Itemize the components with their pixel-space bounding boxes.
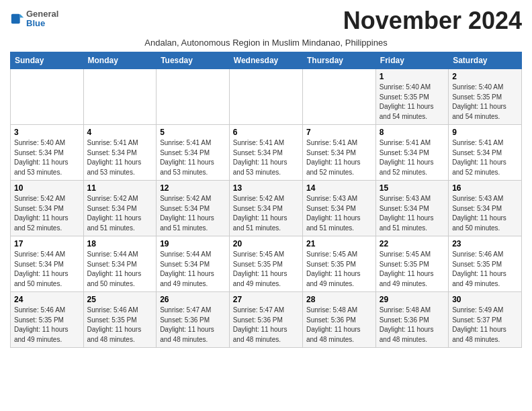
day-info: Sunrise: 5:47 AM Sunset: 5:36 PM Dayligh… bbox=[160, 306, 226, 345]
header-day-sunday: Sunday bbox=[11, 52, 84, 69]
calendar-cell: 16Sunrise: 5:43 AM Sunset: 5:34 PM Dayli… bbox=[449, 181, 522, 236]
logo-blue: Blue bbox=[26, 19, 58, 28]
day-info: Sunrise: 5:41 AM Sunset: 5:34 PM Dayligh… bbox=[306, 138, 372, 177]
day-info: Sunrise: 5:40 AM Sunset: 5:35 PM Dayligh… bbox=[452, 83, 518, 122]
day-number: 17 bbox=[14, 239, 80, 248]
day-number: 1 bbox=[380, 72, 445, 81]
day-info: Sunrise: 5:41 AM Sunset: 5:34 PM Dayligh… bbox=[87, 138, 153, 177]
svg-rect-0 bbox=[11, 14, 20, 24]
header-day-tuesday: Tuesday bbox=[157, 52, 230, 69]
logo-general: General bbox=[26, 9, 58, 19]
day-number: 28 bbox=[306, 295, 372, 304]
day-number: 22 bbox=[380, 239, 445, 248]
day-number: 26 bbox=[160, 295, 226, 304]
calendar-cell: 15Sunrise: 5:43 AM Sunset: 5:34 PM Dayli… bbox=[375, 181, 448, 236]
day-info: Sunrise: 5:49 AM Sunset: 5:37 PM Dayligh… bbox=[452, 306, 518, 345]
day-number: 2 bbox=[452, 72, 518, 81]
day-info: Sunrise: 5:45 AM Sunset: 5:35 PM Dayligh… bbox=[380, 250, 445, 289]
day-number: 5 bbox=[160, 128, 226, 137]
calendar-cell: 17Sunrise: 5:44 AM Sunset: 5:34 PM Dayli… bbox=[11, 236, 84, 292]
calendar-table: SundayMondayTuesdayWednesdayThursdayFrid… bbox=[10, 52, 522, 348]
day-info: Sunrise: 5:44 AM Sunset: 5:34 PM Dayligh… bbox=[14, 250, 80, 289]
calendar-cell: 10Sunrise: 5:42 AM Sunset: 5:34 PM Dayli… bbox=[11, 181, 84, 236]
day-number: 9 bbox=[452, 128, 518, 137]
day-info: Sunrise: 5:43 AM Sunset: 5:34 PM Dayligh… bbox=[306, 194, 372, 233]
calendar-cell bbox=[229, 69, 302, 125]
day-info: Sunrise: 5:44 AM Sunset: 5:34 PM Dayligh… bbox=[87, 250, 153, 289]
calendar-cell: 9Sunrise: 5:41 AM Sunset: 5:34 PM Daylig… bbox=[449, 125, 522, 181]
calendar-cell: 6Sunrise: 5:41 AM Sunset: 5:34 PM Daylig… bbox=[229, 125, 302, 181]
day-number: 30 bbox=[452, 295, 518, 304]
day-number: 8 bbox=[380, 128, 445, 137]
calendar-cell bbox=[11, 69, 84, 125]
header-day-saturday: Saturday bbox=[449, 52, 522, 69]
day-info: Sunrise: 5:46 AM Sunset: 5:35 PM Dayligh… bbox=[14, 306, 80, 345]
calendar-cell: 2Sunrise: 5:40 AM Sunset: 5:35 PM Daylig… bbox=[449, 69, 522, 125]
calendar-cell bbox=[83, 69, 157, 125]
day-number: 12 bbox=[160, 183, 226, 193]
header-day-thursday: Thursday bbox=[302, 52, 375, 69]
calendar-week-row: 1Sunrise: 5:40 AM Sunset: 5:35 PM Daylig… bbox=[11, 69, 522, 125]
calendar-cell: 12Sunrise: 5:42 AM Sunset: 5:34 PM Dayli… bbox=[157, 181, 230, 236]
calendar-cell: 7Sunrise: 5:41 AM Sunset: 5:34 PM Daylig… bbox=[302, 125, 375, 181]
month-title: November 2024 bbox=[343, 7, 522, 35]
subtitle: Andalan, Autonomous Region in Muslim Min… bbox=[10, 38, 522, 48]
day-info: Sunrise: 5:43 AM Sunset: 5:34 PM Dayligh… bbox=[452, 194, 518, 233]
calendar-cell: 25Sunrise: 5:46 AM Sunset: 5:35 PM Dayli… bbox=[83, 292, 157, 348]
day-number: 21 bbox=[306, 239, 372, 248]
header-day-monday: Monday bbox=[83, 52, 157, 69]
logo-icon bbox=[10, 11, 25, 26]
day-number: 14 bbox=[306, 183, 372, 193]
calendar-cell: 20Sunrise: 5:45 AM Sunset: 5:35 PM Dayli… bbox=[229, 236, 302, 292]
day-info: Sunrise: 5:40 AM Sunset: 5:34 PM Dayligh… bbox=[14, 138, 80, 177]
calendar-cell: 1Sunrise: 5:40 AM Sunset: 5:35 PM Daylig… bbox=[375, 69, 448, 125]
calendar-cell: 5Sunrise: 5:41 AM Sunset: 5:34 PM Daylig… bbox=[157, 125, 230, 181]
header: General Blue November 2024 bbox=[10, 7, 522, 35]
calendar-cell: 14Sunrise: 5:43 AM Sunset: 5:34 PM Dayli… bbox=[302, 181, 375, 236]
day-info: Sunrise: 5:40 AM Sunset: 5:35 PM Dayligh… bbox=[380, 83, 445, 122]
day-number: 25 bbox=[87, 295, 153, 304]
calendar-week-row: 3Sunrise: 5:40 AM Sunset: 5:34 PM Daylig… bbox=[11, 125, 522, 181]
day-info: Sunrise: 5:42 AM Sunset: 5:34 PM Dayligh… bbox=[14, 194, 80, 233]
day-number: 18 bbox=[87, 239, 153, 248]
calendar-cell: 27Sunrise: 5:47 AM Sunset: 5:36 PM Dayli… bbox=[229, 292, 302, 348]
day-info: Sunrise: 5:41 AM Sunset: 5:34 PM Dayligh… bbox=[380, 138, 445, 177]
day-info: Sunrise: 5:42 AM Sunset: 5:34 PM Dayligh… bbox=[233, 194, 299, 233]
calendar-cell: 18Sunrise: 5:44 AM Sunset: 5:34 PM Dayli… bbox=[83, 236, 157, 292]
day-number: 24 bbox=[14, 295, 80, 304]
calendar-cell: 19Sunrise: 5:44 AM Sunset: 5:34 PM Dayli… bbox=[157, 236, 230, 292]
day-info: Sunrise: 5:41 AM Sunset: 5:34 PM Dayligh… bbox=[233, 138, 299, 177]
day-number: 3 bbox=[14, 128, 80, 137]
day-number: 19 bbox=[160, 239, 226, 248]
calendar-cell: 28Sunrise: 5:48 AM Sunset: 5:36 PM Dayli… bbox=[302, 292, 375, 348]
day-info: Sunrise: 5:46 AM Sunset: 5:35 PM Dayligh… bbox=[452, 250, 518, 289]
day-info: Sunrise: 5:45 AM Sunset: 5:35 PM Dayligh… bbox=[233, 250, 299, 289]
day-info: Sunrise: 5:41 AM Sunset: 5:34 PM Dayligh… bbox=[160, 138, 226, 177]
header-day-friday: Friday bbox=[375, 52, 448, 69]
day-number: 7 bbox=[306, 128, 372, 137]
day-info: Sunrise: 5:48 AM Sunset: 5:36 PM Dayligh… bbox=[380, 306, 445, 345]
day-number: 11 bbox=[87, 183, 153, 193]
calendar-week-row: 24Sunrise: 5:46 AM Sunset: 5:35 PM Dayli… bbox=[11, 292, 522, 348]
calendar-cell: 11Sunrise: 5:42 AM Sunset: 5:34 PM Dayli… bbox=[83, 181, 157, 236]
calendar-cell: 24Sunrise: 5:46 AM Sunset: 5:35 PM Dayli… bbox=[11, 292, 84, 348]
day-info: Sunrise: 5:48 AM Sunset: 5:36 PM Dayligh… bbox=[306, 306, 372, 345]
calendar-cell bbox=[157, 69, 230, 125]
day-number: 23 bbox=[452, 239, 518, 248]
calendar-cell: 30Sunrise: 5:49 AM Sunset: 5:37 PM Dayli… bbox=[449, 292, 522, 348]
calendar-cell bbox=[302, 69, 375, 125]
calendar-cell: 21Sunrise: 5:45 AM Sunset: 5:35 PM Dayli… bbox=[302, 236, 375, 292]
calendar-cell: 13Sunrise: 5:42 AM Sunset: 5:34 PM Dayli… bbox=[229, 181, 302, 236]
day-number: 10 bbox=[14, 183, 80, 193]
calendar-cell: 3Sunrise: 5:40 AM Sunset: 5:34 PM Daylig… bbox=[11, 125, 84, 181]
day-number: 29 bbox=[380, 295, 445, 304]
calendar-cell: 8Sunrise: 5:41 AM Sunset: 5:34 PM Daylig… bbox=[375, 125, 448, 181]
logo-text: General Blue bbox=[26, 9, 58, 29]
svg-marker-1 bbox=[20, 14, 24, 18]
day-info: Sunrise: 5:45 AM Sunset: 5:35 PM Dayligh… bbox=[306, 250, 372, 289]
day-number: 13 bbox=[233, 183, 299, 193]
day-info: Sunrise: 5:44 AM Sunset: 5:34 PM Dayligh… bbox=[160, 250, 226, 289]
calendar-week-row: 10Sunrise: 5:42 AM Sunset: 5:34 PM Dayli… bbox=[11, 181, 522, 236]
calendar-week-row: 17Sunrise: 5:44 AM Sunset: 5:34 PM Dayli… bbox=[11, 236, 522, 292]
day-info: Sunrise: 5:46 AM Sunset: 5:35 PM Dayligh… bbox=[87, 306, 153, 345]
